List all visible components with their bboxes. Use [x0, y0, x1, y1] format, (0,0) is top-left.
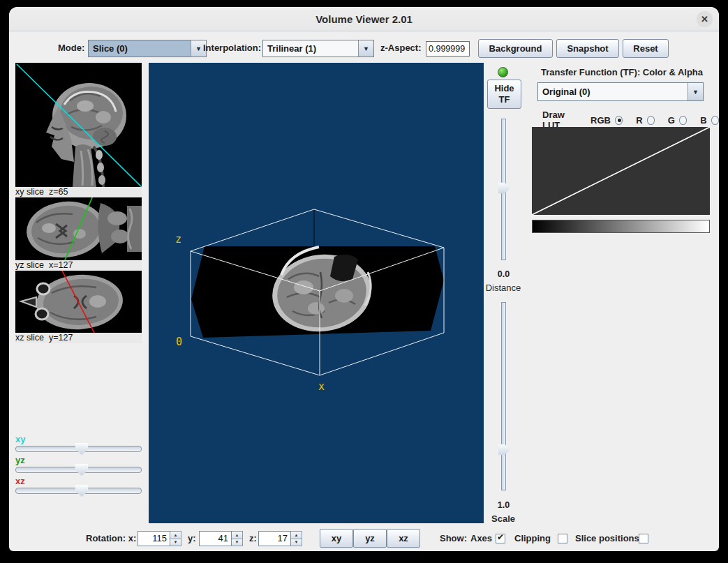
wireframe-volume-render: z 0 x: [149, 63, 484, 523]
clipping-checkbox[interactable]: [558, 534, 567, 543]
lut-curve-canvas[interactable]: [532, 127, 710, 215]
sagittal-brain-image: [15, 63, 142, 187]
mode-select[interactable]: Slice (0) ▼: [88, 40, 207, 57]
yz-slice-preview[interactable]: [15, 197, 142, 260]
z-aspect-label: z-Aspect:: [380, 40, 422, 57]
view-xy-button[interactable]: xy: [320, 529, 353, 548]
axial-brain-image: [15, 197, 142, 260]
spin-down-icon[interactable]: ▼: [170, 539, 181, 547]
view-yz-button[interactable]: yz: [353, 529, 387, 548]
axis-label-x: x: [318, 380, 325, 393]
channel-rgb-radio[interactable]: [615, 116, 623, 125]
xy-slider-label: xy: [15, 434, 25, 444]
xz-slider-label: xz: [15, 476, 25, 486]
rotation-z-spinner[interactable]: 17 ▲▼: [258, 531, 302, 546]
title-bar[interactable]: Volume Viewer 2.01 ✕: [9, 7, 719, 31]
yz-slice-label: yz slice x=127: [15, 260, 142, 271]
rotation-z-label: z:: [249, 531, 257, 546]
hide-tf-button[interactable]: Hide TF: [487, 80, 521, 109]
close-button[interactable]: ✕: [697, 11, 713, 27]
hide-tf-line2: TF: [499, 94, 510, 105]
window-title: Volume Viewer 2.01: [315, 13, 413, 25]
snapshot-button[interactable]: Snapshot: [556, 39, 619, 58]
scale-label: Scale: [475, 513, 531, 524]
spin-up-icon[interactable]: ▲: [170, 531, 181, 539]
clipping-label: Clipping: [514, 531, 551, 546]
z-aspect-input[interactable]: 0.999999: [426, 41, 470, 57]
rotation-x-value[interactable]: 115: [138, 531, 170, 546]
xy-slice-label: xy slice z=65: [15, 187, 142, 197]
background-button[interactable]: Background: [478, 39, 553, 58]
reset-button[interactable]: Reset: [623, 39, 669, 58]
chevron-down-icon[interactable]: ▼: [688, 83, 703, 100]
mode-label: Mode:: [58, 40, 84, 57]
channel-r-label: R: [636, 115, 642, 126]
show-label: Show:: [440, 531, 467, 546]
interpolation-value: Trilinear (1): [263, 40, 358, 57]
channel-g-label: G: [668, 115, 675, 126]
view-xz-button[interactable]: xz: [387, 529, 420, 548]
scale-slider-handle[interactable]: [498, 444, 510, 456]
mode-value: Slice (0): [89, 40, 191, 57]
tf-status-led-icon: [498, 67, 508, 77]
axis-label-origin: 0: [176, 336, 182, 348]
channel-r-radio[interactable]: [647, 116, 655, 125]
interpolation-label: Interpolation:: [203, 40, 261, 57]
rotation-x-spinner[interactable]: 115 ▲▼: [138, 531, 181, 546]
yz-slider-label: yz: [15, 455, 25, 465]
lut-identity-curve: [532, 127, 710, 215]
xz-slice-label: xz slice y=127: [15, 333, 142, 343]
chevron-down-icon[interactable]: ▼: [358, 40, 373, 57]
axial-brain-image: [15, 271, 142, 333]
tf-panel-title: Transfer Function (TF): Color & Alpha: [534, 67, 710, 78]
spin-down-icon[interactable]: ▼: [291, 539, 302, 547]
volume-3d-viewport[interactable]: z 0 x: [149, 63, 484, 523]
spin-up-icon[interactable]: ▲: [232, 531, 243, 539]
spin-down-icon[interactable]: ▼: [232, 539, 243, 547]
axes-label: Axes: [470, 531, 492, 546]
screen: Volume Viewer 2.01 ✕ Mode: Slice (0) ▼ I…: [0, 0, 728, 563]
rotation-y-label: y:: [188, 531, 196, 546]
rotation-y-spinner[interactable]: 41 ▲▼: [199, 531, 243, 546]
slice-positions-checkbox[interactable]: [639, 534, 648, 543]
xz-slice-preview[interactable]: [15, 271, 142, 333]
channel-b-label: B: [700, 115, 706, 126]
yz-slider-handle[interactable]: [75, 464, 89, 476]
distance-value: 0.0: [488, 269, 519, 279]
channel-g-radio[interactable]: [679, 116, 687, 125]
axis-label-z: z: [175, 233, 181, 246]
spin-up-icon[interactable]: ▲: [291, 531, 302, 539]
lut-select[interactable]: Original (0) ▼: [537, 82, 704, 101]
channel-rgb-label: RGB: [590, 115, 611, 126]
lut-select-value: Original (0): [538, 83, 688, 100]
distance-slider-handle[interactable]: [498, 182, 510, 194]
distance-label: Distance: [475, 283, 531, 293]
volume-viewer-window: Volume Viewer 2.01 ✕ Mode: Slice (0) ▼ I…: [9, 7, 719, 551]
xy-slider-handle[interactable]: [75, 443, 89, 455]
rotation-y-value[interactable]: 41: [199, 531, 232, 546]
channel-b-radio[interactable]: [711, 116, 719, 125]
axes-checkbox[interactable]: [496, 534, 505, 543]
xy-slice-preview[interactable]: [15, 63, 142, 187]
hide-tf-line1: Hide: [494, 83, 514, 94]
rotation-x-label: Rotation: x:: [86, 531, 136, 546]
slice-positions-label: Slice positions: [575, 531, 639, 546]
xz-slider-handle[interactable]: [75, 485, 89, 497]
scale-value: 1.0: [488, 500, 519, 510]
scale-slider[interactable]: [501, 302, 506, 490]
rotation-z-value[interactable]: 17: [258, 531, 291, 546]
lut-gradient-bar: [532, 220, 710, 233]
interpolation-select[interactable]: Trilinear (1) ▼: [262, 40, 374, 57]
